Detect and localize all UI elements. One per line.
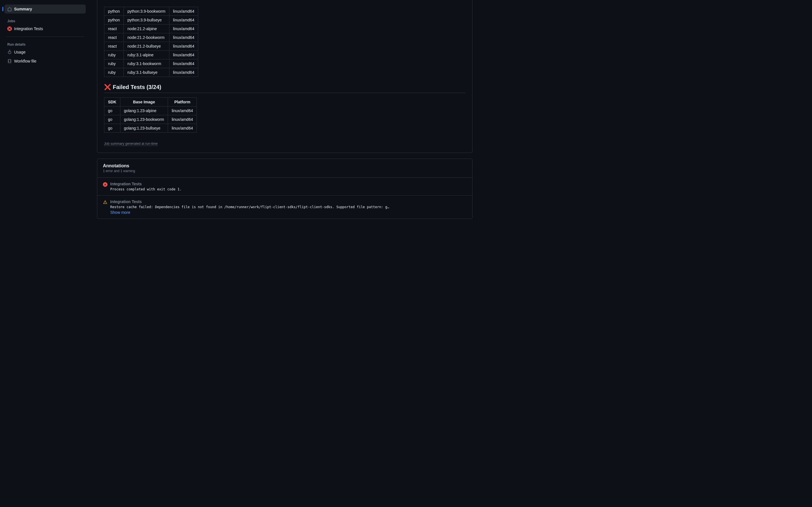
table-cell: ruby:3.1-bookworm xyxy=(124,59,169,68)
table-cell: golang:1.23-bullseye xyxy=(120,124,168,133)
table-cell: node:21.2-bullseye xyxy=(124,42,169,51)
error-icon xyxy=(7,26,12,31)
table-cell: ruby xyxy=(104,59,124,68)
table-cell: linux/amd64 xyxy=(169,24,198,33)
table-row: reactnode:21.2-bookwormlinux/amd64 xyxy=(104,33,198,42)
annotation-message: Restore cache failed: Dependencies file … xyxy=(110,205,467,209)
table-cell: linux/amd64 xyxy=(169,51,198,59)
failed-tests-heading: ❌ Failed Tests (3/24) xyxy=(104,83,465,93)
workflow-file-icon xyxy=(7,59,12,63)
table-cell: golang:1.23-bookworm xyxy=(120,115,168,124)
table-cell: python:3.9-bullseye xyxy=(124,16,169,24)
sidebar-item-usage[interactable]: Usage xyxy=(4,48,86,57)
table-header: SDK xyxy=(104,98,120,107)
table-cell: linux/amd64 xyxy=(169,68,198,77)
error-icon xyxy=(103,182,107,187)
table-cell: python:3.9-bookworm xyxy=(124,7,169,16)
table-cell: node:21.2-bookworm xyxy=(124,33,169,42)
annotations-subtitle: 1 error and 1 warning xyxy=(103,169,467,173)
table-cell: linux/amd64 xyxy=(169,16,198,24)
sidebar-item-label: Integration Tests xyxy=(14,26,43,31)
table-cell: go xyxy=(104,107,120,115)
table-row: pythonpython:3.9-bullseyelinux/amd64 xyxy=(104,16,198,24)
annotation-message: Process completed with exit code 1. xyxy=(110,187,467,191)
table-cell: linux/amd64 xyxy=(168,115,197,124)
stopwatch-icon xyxy=(7,50,12,54)
main-content: pythonpython:3.9-bookwormlinux/amd64pyth… xyxy=(90,0,479,507)
table-row: rubyruby:3.1-alpinelinux/amd64 xyxy=(104,51,198,59)
annotation-title: Integration Tests xyxy=(110,200,467,204)
annotation-body: Integration TestsProcess completed with … xyxy=(110,182,467,191)
table-cell: python xyxy=(104,7,124,16)
summary-panel: pythonpython:3.9-bookwormlinux/amd64pyth… xyxy=(97,0,472,153)
sidebar: Summary Jobs Integration Tests Run detai… xyxy=(0,0,90,507)
annotation-body: Integration TestsRestore cache failed: D… xyxy=(110,200,467,215)
table-cell: react xyxy=(104,24,124,33)
table-row: reactnode:21.2-bullseyelinux/amd64 xyxy=(104,42,198,51)
table-cell: ruby xyxy=(104,51,124,59)
table-cell: node:21.2-alpine xyxy=(124,24,169,33)
table-cell: react xyxy=(104,33,124,42)
annotation-item[interactable]: Integration TestsProcess completed with … xyxy=(97,178,472,195)
table-cell: ruby:3.1-bullseye xyxy=(124,68,169,77)
table-cell: go xyxy=(104,124,120,133)
sidebar-item-label: Summary xyxy=(14,7,32,11)
cross-mark-icon: ❌ xyxy=(104,83,111,91)
annotations-title: Annotations xyxy=(103,163,467,168)
home-icon xyxy=(7,7,12,11)
table-row: gogolang:1.23-alpinelinux/amd64 xyxy=(104,107,197,115)
table-cell: golang:1.23-alpine xyxy=(120,107,168,115)
sidebar-section-run-details: Run details xyxy=(4,40,86,48)
table-cell: ruby:3.1-alpine xyxy=(124,51,169,59)
failed-tests-table: SDKBase ImagePlatform gogolang:1.23-alpi… xyxy=(104,98,197,133)
sidebar-section-jobs: Jobs xyxy=(4,17,86,24)
annotation-item[interactable]: Integration TestsRestore cache failed: D… xyxy=(97,195,472,219)
warning-icon xyxy=(103,200,107,205)
job-summary-footnote[interactable]: Job summary generated at run-time xyxy=(104,142,158,146)
table-cell: go xyxy=(104,115,120,124)
sidebar-item-label: Workflow file xyxy=(14,59,36,63)
sidebar-item-workflow-file[interactable]: Workflow file xyxy=(4,57,86,66)
table-header: Platform xyxy=(168,98,197,107)
table-row: gogolang:1.23-bookwormlinux/amd64 xyxy=(104,115,197,124)
table-cell: react xyxy=(104,42,124,51)
table-cell: python xyxy=(104,16,124,24)
table-cell: linux/amd64 xyxy=(169,59,198,68)
table-row: gogolang:1.23-bullseyelinux/amd64 xyxy=(104,124,197,133)
table-cell: linux/amd64 xyxy=(169,42,198,51)
show-more-link[interactable]: Show more xyxy=(110,210,130,215)
table-row: reactnode:21.2-alpinelinux/amd64 xyxy=(104,24,198,33)
table-cell: linux/amd64 xyxy=(168,124,197,133)
sidebar-item-job-integration-tests[interactable]: Integration Tests xyxy=(4,24,86,33)
sidebar-item-label: Usage xyxy=(14,50,26,54)
sidebar-item-summary[interactable]: Summary xyxy=(4,4,86,13)
table-cell: linux/amd64 xyxy=(169,33,198,42)
annotation-title: Integration Tests xyxy=(110,182,467,186)
passing-tests-table: pythonpython:3.9-bookwormlinux/amd64pyth… xyxy=(104,7,198,77)
table-header: Base Image xyxy=(120,98,168,107)
table-cell: linux/amd64 xyxy=(168,107,197,115)
table-row: rubyruby:3.1-bookwormlinux/amd64 xyxy=(104,59,198,68)
table-cell: linux/amd64 xyxy=(169,7,198,16)
divider xyxy=(6,37,84,37)
table-row: pythonpython:3.9-bookwormlinux/amd64 xyxy=(104,7,198,16)
table-row: rubyruby:3.1-bullseyelinux/amd64 xyxy=(104,68,198,77)
annotations-panel: Annotations 1 error and 1 warning Integr… xyxy=(97,159,472,219)
annotations-header: Annotations 1 error and 1 warning xyxy=(97,159,472,178)
table-cell: ruby xyxy=(104,68,124,77)
